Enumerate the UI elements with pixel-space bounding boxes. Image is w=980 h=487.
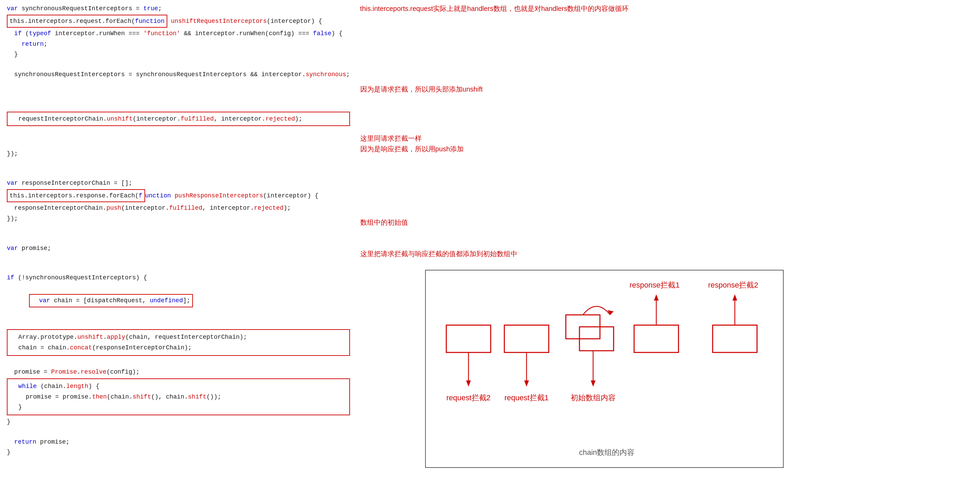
code-line-6: synchronousRequestInterceptors = synchro… [7, 69, 350, 80]
request2-down-arrowhead [466, 380, 471, 387]
code-line-17: chain = chain.concat(responseInterceptor… [11, 342, 346, 353]
code-line-2: this.interceptors.request.forEach(functi… [7, 14, 350, 29]
red-box-3: this.interceptors.response.forEach(f [7, 189, 145, 202]
red-box-6-container: while (chain.length) { promise = promise… [7, 379, 350, 415]
code-line-12: }); [7, 213, 350, 224]
red-box-2: requestInterceptorChain.unshift(intercep… [7, 112, 350, 126]
blank-4 [7, 224, 350, 234]
chain-label: chain数组的内容 [579, 448, 635, 457]
blank-7 [7, 357, 350, 367]
annotation-5: 数组中的初始值 [360, 218, 408, 227]
blank-8 [7, 427, 350, 437]
response2-box [713, 325, 757, 352]
code-line-7: requestInterceptorChain.unshift(intercep… [7, 89, 350, 148]
diagram-svg: response拦截1 response拦截2 [436, 277, 771, 462]
code-line-8: }); [7, 148, 350, 159]
chain-diagram: response拦截1 response拦截2 [425, 270, 784, 468]
red-box-1: this.interceptors.request.forEach(functi… [7, 15, 167, 28]
annotation-1: this.interceports.request实际上就是handlers数组… [360, 4, 629, 13]
code-section: var synchronousRequestInterceptors = tru… [0, 0, 357, 487]
code-line-23: return promise; [7, 437, 350, 447]
code-line-9: var responseInterceptorChain = []; [7, 178, 350, 188]
blank-4b [7, 234, 350, 243]
curve-arrow [583, 306, 610, 315]
initial-down-arrowhead [591, 380, 595, 387]
code-line-16: Array.prototype.unshift.apply(chain, req… [11, 332, 346, 342]
request1-down-arrowhead [524, 380, 529, 387]
response1-up-arrowhead [654, 294, 659, 301]
response1-box [634, 325, 678, 352]
code-line-5: } [7, 49, 350, 60]
code-line-18: promise = Promise.resolve(config); [7, 367, 350, 377]
annotation-section: this.interceports.request实际上就是handlers数组… [357, 0, 980, 487]
annotation-6: 这里把请求拦截与响应拦截的值都添加到初始数组中 [360, 249, 517, 258]
page-container: var synchronousRequestInterceptors = tru… [0, 0, 980, 487]
code-line-15: var chain = [dispatchRequest, undefined]… [7, 283, 350, 318]
red-box-5-container: Array.prototype.unshift.apply(chain, req… [7, 329, 350, 355]
response2-top-label: response拦截2 [708, 281, 758, 289]
code-line-4: return; [7, 39, 350, 49]
response1-top-label: response拦截1 [629, 281, 679, 289]
red-box-4: var chain = [dispatchRequest, undefined]… [29, 294, 193, 307]
code-line-22: } [7, 417, 350, 427]
blank-5b [7, 263, 350, 272]
code-line-3: if (typeof interceptor.runWhen === 'func… [7, 29, 350, 39]
code-line-10: this.interceptors.response.forEach(funct… [7, 188, 350, 203]
code-line-24: } [7, 447, 350, 458]
blank-3b [7, 169, 350, 178]
code-line-19: while (chain.length) { [11, 381, 346, 392]
code-line-14: if (!synchronousRequestInterceptors) { [7, 272, 350, 283]
blank-2 [7, 80, 350, 89]
request2-label: request拦截2 [446, 393, 491, 402]
response2-up-arrowhead [732, 294, 737, 301]
annotation-3: 这里同请求拦截一样 因为是响应拦截，所以用push添加 [360, 134, 464, 154]
request1-box [504, 325, 549, 352]
code-line-13: var promise; [7, 243, 350, 254]
code-line-20: promise = promise.then(chain.shift(), ch… [11, 392, 346, 402]
initial-label: 初始数组内容 [571, 393, 616, 402]
annotation-2: 因为是请求拦截，所以用头部添加unshift [360, 85, 483, 94]
code-line-1: var synchronousRequestInterceptors = tru… [7, 3, 350, 14]
request2-box [446, 325, 491, 352]
code-line-11: responseInterceptorChain.push(intercepto… [7, 203, 350, 213]
blank-5 [7, 253, 350, 263]
blank-6 [7, 318, 350, 328]
blank-1 [7, 60, 350, 69]
request1-label: request拦截1 [504, 393, 549, 402]
code-line-21: } [11, 402, 346, 412]
blank-3 [7, 159, 350, 169]
